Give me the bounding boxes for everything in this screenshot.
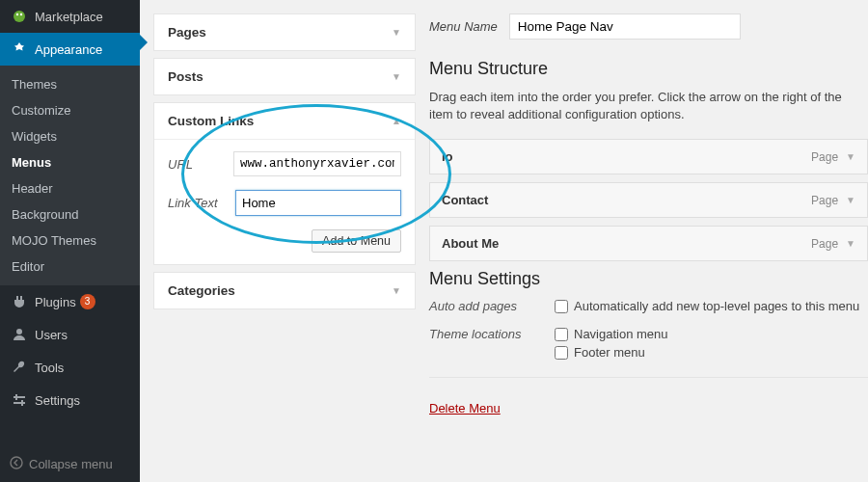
auto-add-checkbox[interactable] [555,300,568,313]
chevron-down-icon[interactable]: ▼ [846,151,855,162]
chevron-down-icon: ▼ [392,71,401,82]
appearance-submenu: Themes Customize Widgets Menus Header Ba… [0,66,140,285]
accordion-title: Pages [168,25,206,40]
plugins-update-badge: 3 [80,294,95,309]
users-icon [10,327,29,342]
menu-items-list: ioPage ▼ContactPage ▼About MePage ▼ [429,139,868,261]
separator [429,377,868,378]
auto-add-label: Auto add pages [429,299,555,317]
accordion-title: Categories [168,283,235,298]
menu-item-label: io [442,149,453,164]
sidebar-sub-header[interactable]: Header [0,175,140,201]
menu-item-row[interactable]: ContactPage ▼ [429,182,868,218]
sidebar-sub-customize[interactable]: Customize [0,97,140,123]
plugins-icon [10,294,29,309]
location-nav-checkbox[interactable] [555,328,568,341]
svg-rect-5 [14,402,25,404]
accordion-title: Custom Links [168,114,254,128]
accordion-column: Pages ▼ Posts ▼ Custom Links ▲ URL Lin [153,0,416,482]
sidebar-label: Plugins [35,295,76,309]
accordion-toggle-pages[interactable]: Pages ▼ [154,14,415,50]
auto-add-option[interactable]: Automatically add new top-level pages to… [555,299,859,313]
chevron-up-icon: ▲ [392,116,401,126]
sidebar-item-settings[interactable]: Settings [0,384,140,416]
location-footer-checkbox[interactable] [555,346,568,360]
url-input[interactable] [233,151,401,176]
appearance-icon [10,41,29,57]
link-text-input[interactable] [235,190,401,216]
admin-sidebar: Marketplace Appearance Themes Customize … [0,0,140,482]
menu-name-input[interactable] [509,13,741,40]
svg-point-2 [20,13,22,15]
theme-locations-label: Theme locations [429,327,555,363]
marketplace-icon [10,9,29,24]
chevron-down-icon: ▼ [392,27,401,38]
menu-item-type: Page ▼ [811,194,855,207]
accordion-custom-links: Custom Links ▲ URL Link Text Add to Menu [153,102,416,265]
svg-point-0 [14,11,25,22]
sidebar-sub-widgets[interactable]: Widgets [0,123,140,149]
sidebar-label: Tools [35,361,64,375]
collapse-label: Collapse menu [29,457,113,471]
sidebar-label: Appearance [35,42,102,57]
chevron-down-icon: ▼ [392,285,401,296]
menu-structure-help: Drag each item into the order you prefer… [429,89,868,123]
delete-menu-link[interactable]: Delete Menu [429,401,501,415]
sidebar-label: Marketplace [35,10,103,24]
svg-rect-4 [14,396,25,398]
menu-item-row[interactable]: About MePage ▼ [429,226,868,261]
menu-item-type: Page ▼ [811,237,855,251]
accordion-pages: Pages ▼ [153,13,416,51]
svg-point-8 [11,457,22,469]
sidebar-sub-mojo[interactable]: MOJO Themes [0,228,140,254]
chevron-down-icon[interactable]: ▼ [846,195,855,205]
svg-rect-7 [21,400,23,406]
menu-editor-column: Menu Name Menu Structure Drag each item … [416,0,868,482]
sidebar-item-plugins[interactable]: Plugins 3 [0,285,140,318]
accordion-title: Posts [168,69,203,84]
menu-name-row: Menu Name [429,13,868,53]
sidebar-sub-menus[interactable]: Menus [0,149,140,175]
settings-icon [10,392,29,408]
sidebar-label: Users [35,328,68,342]
add-to-menu-button[interactable]: Add to Menu [312,229,401,253]
sidebar-label: Settings [35,393,80,408]
location-nav-option[interactable]: Navigation menu [555,327,668,341]
chevron-down-icon[interactable]: ▼ [846,238,855,249]
menu-settings-heading: Menu Settings [429,269,868,289]
link-text-label: Link Text [168,196,235,210]
svg-point-1 [16,13,18,15]
content-area: Pages ▼ Posts ▼ Custom Links ▲ URL Lin [140,0,868,482]
sidebar-sub-editor[interactable]: Editor [0,254,140,280]
accordion-toggle-posts[interactable]: Posts ▼ [154,59,415,94]
menu-item-type: Page ▼ [811,150,855,164]
custom-links-body: URL Link Text Add to Menu [154,139,415,264]
svg-point-3 [16,329,22,335]
sidebar-sub-themes[interactable]: Themes [0,71,140,97]
menu-item-row[interactable]: ioPage ▼ [429,139,868,174]
menu-item-label: About Me [442,236,499,251]
collapse-icon [10,456,23,472]
accordion-posts: Posts ▼ [153,58,416,95]
tools-icon [10,360,29,375]
collapse-menu-button[interactable]: Collapse menu [0,446,140,482]
accordion-categories: Categories ▼ [153,272,416,309]
sidebar-sub-background[interactable]: Background [0,201,140,228]
sidebar-item-users[interactable]: Users [0,318,140,351]
accordion-toggle-categories[interactable]: Categories ▼ [154,273,415,308]
menu-name-label: Menu Name [429,19,498,34]
svg-rect-6 [15,394,17,400]
url-label: URL [168,157,233,172]
accordion-toggle-custom-links[interactable]: Custom Links ▲ [154,103,415,139]
menu-structure-heading: Menu Structure [429,59,868,79]
menu-item-label: Contact [442,193,488,207]
sidebar-item-tools[interactable]: Tools [0,351,140,384]
sidebar-item-marketplace[interactable]: Marketplace [0,0,140,33]
sidebar-item-appearance[interactable]: Appearance [0,33,140,66]
location-footer-option[interactable]: Footer menu [555,345,668,360]
